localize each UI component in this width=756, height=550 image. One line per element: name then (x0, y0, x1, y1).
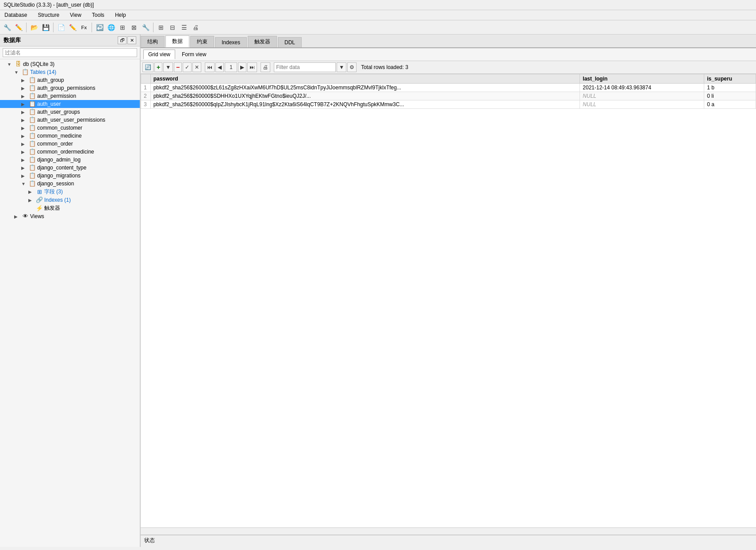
tree-item-common-order[interactable]: ▶ 📋 common_order (0, 140, 140, 148)
tab-indexes[interactable]: Indexes (215, 37, 247, 47)
print-btn[interactable]: 🖨 (261, 62, 270, 72)
common-cust-arrow[interactable]: ▶ (21, 126, 28, 131)
views-arrow[interactable]: ▶ (14, 214, 21, 219)
tree-item-django-content-type[interactable]: ▶ 📋 django_content_type (0, 164, 140, 172)
toolbar-btn-7[interactable]: ↩️ (94, 22, 105, 33)
toolbar-btn-fx[interactable]: Fx (79, 22, 89, 33)
refresh-btn[interactable]: 🔄 (142, 62, 154, 72)
django-ct-arrow[interactable]: ▶ (21, 165, 28, 170)
add-row-dropdown-btn[interactable]: ▼ (163, 62, 173, 72)
toolbar-btn-14[interactable]: ☰ (179, 22, 189, 33)
toolbar-btn-8[interactable]: 🌐 (106, 22, 116, 33)
filter-options-btn[interactable]: ⚙ (347, 62, 357, 72)
tree-item-django-admin-log[interactable]: ▶ 📋 django_admin_log (0, 156, 140, 164)
row2-password[interactable]: pbkdf2_sha256$260000$SDHHXo1UXYqjhEKtwFG… (150, 92, 580, 100)
tree-item-common-customer[interactable]: ▶ 📋 common_customer (0, 124, 140, 132)
tables-expand-arrow[interactable]: ▼ (14, 70, 21, 75)
tab-triggers[interactable]: 触发器 (248, 36, 277, 47)
row1-is-superu[interactable]: 1 b (704, 84, 756, 92)
tree-item-common-medicine[interactable]: ▶ 📋 common_medicine (0, 132, 140, 140)
tab-data[interactable]: 数据 (165, 35, 189, 47)
menu-tools[interactable]: Tools (89, 11, 107, 19)
filter-input[interactable] (3, 48, 137, 57)
next-page-btn[interactable]: ▶ (238, 62, 246, 72)
toolbar-btn-12[interactable]: ⊞ (156, 22, 166, 33)
page-number-btn[interactable]: 1 (225, 62, 237, 72)
tab-ddl[interactable]: DDL (278, 37, 302, 47)
filter-apply-btn[interactable]: ▼ (337, 62, 346, 72)
menu-view[interactable]: View (67, 11, 84, 19)
toolbar-btn-6[interactable]: ✏️ (67, 22, 78, 33)
menu-structure[interactable]: Structure (35, 11, 62, 19)
common-ord-arrow[interactable]: ▶ (21, 142, 28, 146)
toolbar-btn-15[interactable]: 🖨 (190, 22, 201, 33)
col-password[interactable]: password (150, 74, 580, 84)
toolbar-btn-10[interactable]: ⊠ (129, 22, 139, 33)
tree-item-django-session[interactable]: ▼ 📋 django_session (0, 180, 140, 188)
tree-item-triggers[interactable]: ▶ ⚡ 触发器 (0, 204, 140, 212)
col-last-login[interactable]: last_login (580, 74, 704, 84)
filter-data-input[interactable] (274, 62, 336, 72)
tree-item-common-ordermedicine[interactable]: ▶ 📋 common_ordermedicine (0, 148, 140, 156)
prev-page-btn[interactable]: ◀ (215, 62, 224, 72)
menu-database[interactable]: Database (2, 11, 30, 19)
row1-last-login[interactable]: 2021-12-14 08:49:43.963874 (580, 84, 704, 92)
common-med-arrow[interactable]: ▶ (21, 134, 28, 138)
revert-btn[interactable]: ✕ (192, 62, 201, 72)
row2-is-superu[interactable]: 0 li (704, 92, 756, 100)
indexes-arrow[interactable]: ▶ (28, 198, 35, 203)
menu-help[interactable]: Help (112, 11, 129, 19)
auth-uup-arrow[interactable]: ▶ (21, 118, 28, 123)
django-mig-arrow[interactable]: ▶ (21, 173, 28, 178)
last-page-btn[interactable]: ⏭ (247, 62, 257, 72)
django-al-arrow[interactable]: ▶ (21, 158, 28, 162)
fields-arrow[interactable]: ▶ (28, 189, 35, 194)
toolbar-btn-11[interactable]: 🔧 (140, 22, 151, 33)
tree-item-django-migrations[interactable]: ▶ 📋 django_migrations (0, 172, 140, 180)
first-page-btn[interactable]: ⏮ (205, 62, 215, 72)
sidebar-restore-btn[interactable]: 🗗 (118, 36, 127, 44)
tree-item-auth-group-perms[interactable]: ▶ 📋 auth_group_permissions (0, 84, 140, 92)
auth-ug-arrow[interactable]: ▶ (21, 110, 28, 115)
tree-item-auth-uup[interactable]: ▶ 📋 auth_user_user_permissions (0, 116, 140, 124)
tree-item-auth-group[interactable]: ▶ 📋 auth_group (0, 76, 140, 84)
toolbar-btn-3[interactable]: 📂 (29, 22, 39, 33)
tree-item-auth-permission[interactable]: ▶ 📋 auth_permission (0, 92, 140, 100)
delete-row-btn[interactable]: − (174, 62, 182, 72)
commit-btn[interactable]: ✓ (183, 62, 192, 72)
add-row-btn[interactable]: + (154, 62, 162, 72)
tree-item-auth-user-groups[interactable]: ▶ 📋 auth_user_groups (0, 108, 140, 116)
auth-group-arrow[interactable]: ▶ (21, 78, 28, 83)
toolbar-btn-13[interactable]: ⊟ (167, 22, 178, 33)
toolbar-btn-4[interactable]: 💾 (40, 22, 51, 33)
row3-is-superu[interactable]: 0 a (704, 100, 756, 109)
horizontal-scrollbar[interactable] (141, 527, 756, 535)
row2-last-login[interactable]: NULL (580, 92, 704, 100)
toolbar-btn-9[interactable]: ⊞ (117, 22, 128, 33)
tree-item-tables[interactable]: ▼ 📋 Tables (14) (0, 68, 140, 76)
sidebar-close-btn[interactable]: ✕ (127, 36, 136, 44)
toolbar-btn-2[interactable]: ✏️ (13, 22, 24, 33)
col-is-superu[interactable]: is_superu (704, 74, 756, 84)
row3-password[interactable]: pbkdf2_sha256$260000$qIpZJIshybcK1jRqL91… (150, 100, 580, 109)
toolbar-btn-1[interactable]: 🔧 (2, 22, 12, 33)
tree-item-views[interactable]: ▶ 👁 Views (0, 212, 140, 220)
auth-perm-arrow[interactable]: ▶ (21, 94, 28, 99)
tab-structure[interactable]: 结构 (141, 36, 165, 47)
django-sess-arrow[interactable]: ▼ (21, 181, 28, 186)
tree-item-fields[interactable]: ▶ ⊞ 字段 (3) (0, 188, 140, 196)
sub-tab-form[interactable]: Form view (177, 50, 211, 59)
tab-constraints[interactable]: 约束 (190, 36, 214, 47)
auth-user-arrow[interactable]: ▶ (21, 102, 28, 107)
sub-tab-grid[interactable]: Grid view (143, 50, 175, 59)
table-row[interactable]: 2 pbkdf2_sha256$260000$SDHHXo1UXYqjhEKtw… (141, 92, 756, 100)
tree-item-db[interactable]: ▼ 🗄 db (SQLite 3) (0, 60, 140, 68)
table-row[interactable]: 3 pbkdf2_sha256$260000$qIpZJIshybcK1jRqL… (141, 100, 756, 109)
tree-item-indexes[interactable]: ▶ 🔗 Indexes (1) (0, 196, 140, 204)
auth-gp-arrow[interactable]: ▶ (21, 86, 28, 91)
table-row[interactable]: 1 pbkdf2_sha256$260000$zL61sZg8zHXaiXwM6… (141, 84, 756, 92)
tree-item-auth-user[interactable]: ▶ 📋 auth_user (0, 100, 140, 108)
row1-password[interactable]: pbkdf2_sha256$260000$zL61sZg8zHXaiXwM6Uf… (150, 84, 580, 92)
common-om-arrow[interactable]: ▶ (21, 150, 28, 154)
row3-last-login[interactable]: NULL (580, 100, 704, 109)
